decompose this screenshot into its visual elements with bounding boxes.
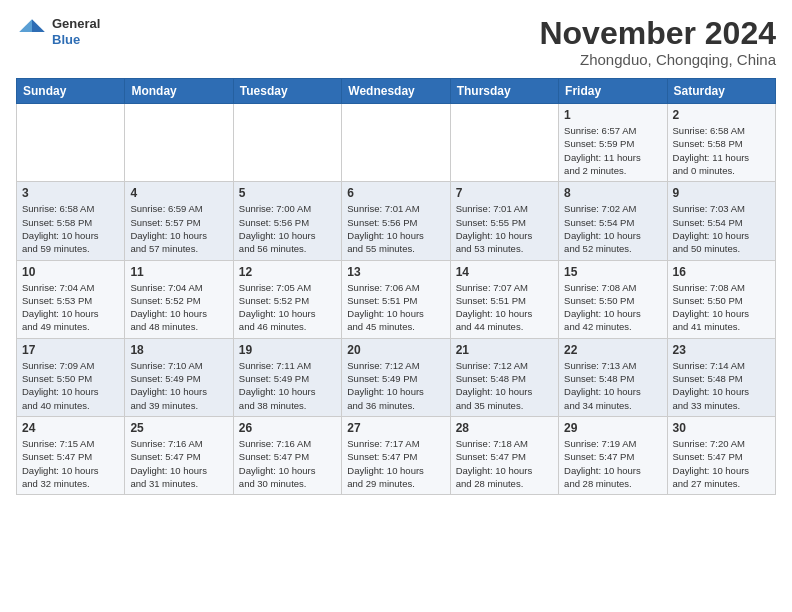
- day-number: 17: [22, 343, 119, 357]
- day-info: Sunrise: 6:58 AM Sunset: 5:58 PM Dayligh…: [22, 202, 119, 255]
- calendar-cell: 2Sunrise: 6:58 AM Sunset: 5:58 PM Daylig…: [667, 104, 775, 182]
- day-info: Sunrise: 7:10 AM Sunset: 5:49 PM Dayligh…: [130, 359, 227, 412]
- calendar-cell: [17, 104, 125, 182]
- calendar-cell: 6Sunrise: 7:01 AM Sunset: 5:56 PM Daylig…: [342, 182, 450, 260]
- page-header: General Blue November 2024 Zhongduo, Cho…: [16, 16, 776, 68]
- day-info: Sunrise: 7:19 AM Sunset: 5:47 PM Dayligh…: [564, 437, 661, 490]
- day-number: 8: [564, 186, 661, 200]
- day-number: 15: [564, 265, 661, 279]
- day-number: 6: [347, 186, 444, 200]
- month-title: November 2024: [539, 16, 776, 51]
- day-info: Sunrise: 7:11 AM Sunset: 5:49 PM Dayligh…: [239, 359, 336, 412]
- day-info: Sunrise: 7:14 AM Sunset: 5:48 PM Dayligh…: [673, 359, 770, 412]
- day-number: 9: [673, 186, 770, 200]
- calendar-cell: 9Sunrise: 7:03 AM Sunset: 5:54 PM Daylig…: [667, 182, 775, 260]
- calendar-cell: 14Sunrise: 7:07 AM Sunset: 5:51 PM Dayli…: [450, 260, 558, 338]
- location: Zhongduo, Chongqing, China: [539, 51, 776, 68]
- weekday-header: Saturday: [667, 79, 775, 104]
- calendar-week-row: 24Sunrise: 7:15 AM Sunset: 5:47 PM Dayli…: [17, 416, 776, 494]
- calendar-cell: 15Sunrise: 7:08 AM Sunset: 5:50 PM Dayli…: [559, 260, 667, 338]
- day-info: Sunrise: 7:15 AM Sunset: 5:47 PM Dayligh…: [22, 437, 119, 490]
- day-number: 3: [22, 186, 119, 200]
- calendar-cell: 30Sunrise: 7:20 AM Sunset: 5:47 PM Dayli…: [667, 416, 775, 494]
- calendar-cell: 8Sunrise: 7:02 AM Sunset: 5:54 PM Daylig…: [559, 182, 667, 260]
- calendar-cell: 7Sunrise: 7:01 AM Sunset: 5:55 PM Daylig…: [450, 182, 558, 260]
- day-number: 30: [673, 421, 770, 435]
- day-info: Sunrise: 7:00 AM Sunset: 5:56 PM Dayligh…: [239, 202, 336, 255]
- day-info: Sunrise: 7:16 AM Sunset: 5:47 PM Dayligh…: [239, 437, 336, 490]
- day-number: 12: [239, 265, 336, 279]
- day-info: Sunrise: 7:09 AM Sunset: 5:50 PM Dayligh…: [22, 359, 119, 412]
- day-info: Sunrise: 7:12 AM Sunset: 5:49 PM Dayligh…: [347, 359, 444, 412]
- weekday-header: Monday: [125, 79, 233, 104]
- calendar-cell: 13Sunrise: 7:06 AM Sunset: 5:51 PM Dayli…: [342, 260, 450, 338]
- calendar-cell: [125, 104, 233, 182]
- day-number: 27: [347, 421, 444, 435]
- day-info: Sunrise: 7:16 AM Sunset: 5:47 PM Dayligh…: [130, 437, 227, 490]
- weekday-header: Wednesday: [342, 79, 450, 104]
- day-number: 20: [347, 343, 444, 357]
- calendar-cell: 17Sunrise: 7:09 AM Sunset: 5:50 PM Dayli…: [17, 338, 125, 416]
- logo-text: General Blue: [52, 16, 100, 47]
- calendar-cell: 24Sunrise: 7:15 AM Sunset: 5:47 PM Dayli…: [17, 416, 125, 494]
- day-info: Sunrise: 7:06 AM Sunset: 5:51 PM Dayligh…: [347, 281, 444, 334]
- day-number: 29: [564, 421, 661, 435]
- calendar-cell: 1Sunrise: 6:57 AM Sunset: 5:59 PM Daylig…: [559, 104, 667, 182]
- calendar-cell: 20Sunrise: 7:12 AM Sunset: 5:49 PM Dayli…: [342, 338, 450, 416]
- day-number: 13: [347, 265, 444, 279]
- weekday-header: Friday: [559, 79, 667, 104]
- day-info: Sunrise: 7:01 AM Sunset: 5:55 PM Dayligh…: [456, 202, 553, 255]
- logo-icon: [16, 16, 48, 48]
- day-number: 23: [673, 343, 770, 357]
- calendar-week-row: 1Sunrise: 6:57 AM Sunset: 5:59 PM Daylig…: [17, 104, 776, 182]
- day-number: 16: [673, 265, 770, 279]
- day-number: 18: [130, 343, 227, 357]
- day-number: 2: [673, 108, 770, 122]
- day-number: 21: [456, 343, 553, 357]
- calendar-cell: 18Sunrise: 7:10 AM Sunset: 5:49 PM Dayli…: [125, 338, 233, 416]
- day-info: Sunrise: 6:59 AM Sunset: 5:57 PM Dayligh…: [130, 202, 227, 255]
- weekday-header-row: SundayMondayTuesdayWednesdayThursdayFrid…: [17, 79, 776, 104]
- day-number: 25: [130, 421, 227, 435]
- day-info: Sunrise: 7:20 AM Sunset: 5:47 PM Dayligh…: [673, 437, 770, 490]
- day-number: 19: [239, 343, 336, 357]
- day-info: Sunrise: 6:57 AM Sunset: 5:59 PM Dayligh…: [564, 124, 661, 177]
- day-number: 4: [130, 186, 227, 200]
- day-info: Sunrise: 7:12 AM Sunset: 5:48 PM Dayligh…: [456, 359, 553, 412]
- calendar-cell: 5Sunrise: 7:00 AM Sunset: 5:56 PM Daylig…: [233, 182, 341, 260]
- calendar-cell: 16Sunrise: 7:08 AM Sunset: 5:50 PM Dayli…: [667, 260, 775, 338]
- day-info: Sunrise: 6:58 AM Sunset: 5:58 PM Dayligh…: [673, 124, 770, 177]
- day-number: 7: [456, 186, 553, 200]
- calendar-week-row: 3Sunrise: 6:58 AM Sunset: 5:58 PM Daylig…: [17, 182, 776, 260]
- calendar-cell: 28Sunrise: 7:18 AM Sunset: 5:47 PM Dayli…: [450, 416, 558, 494]
- day-info: Sunrise: 7:05 AM Sunset: 5:52 PM Dayligh…: [239, 281, 336, 334]
- calendar-cell: [342, 104, 450, 182]
- calendar-cell: [233, 104, 341, 182]
- calendar-week-row: 10Sunrise: 7:04 AM Sunset: 5:53 PM Dayli…: [17, 260, 776, 338]
- day-info: Sunrise: 7:08 AM Sunset: 5:50 PM Dayligh…: [564, 281, 661, 334]
- day-number: 10: [22, 265, 119, 279]
- calendar-cell: 25Sunrise: 7:16 AM Sunset: 5:47 PM Dayli…: [125, 416, 233, 494]
- day-number: 26: [239, 421, 336, 435]
- day-number: 24: [22, 421, 119, 435]
- title-block: November 2024 Zhongduo, Chongqing, China: [539, 16, 776, 68]
- day-info: Sunrise: 7:03 AM Sunset: 5:54 PM Dayligh…: [673, 202, 770, 255]
- svg-marker-1: [19, 19, 32, 32]
- day-number: 22: [564, 343, 661, 357]
- day-info: Sunrise: 7:07 AM Sunset: 5:51 PM Dayligh…: [456, 281, 553, 334]
- day-info: Sunrise: 7:02 AM Sunset: 5:54 PM Dayligh…: [564, 202, 661, 255]
- day-info: Sunrise: 7:18 AM Sunset: 5:47 PM Dayligh…: [456, 437, 553, 490]
- day-info: Sunrise: 7:13 AM Sunset: 5:48 PM Dayligh…: [564, 359, 661, 412]
- calendar-table: SundayMondayTuesdayWednesdayThursdayFrid…: [16, 78, 776, 495]
- weekday-header: Sunday: [17, 79, 125, 104]
- day-number: 28: [456, 421, 553, 435]
- calendar-cell: 3Sunrise: 6:58 AM Sunset: 5:58 PM Daylig…: [17, 182, 125, 260]
- day-info: Sunrise: 7:04 AM Sunset: 5:53 PM Dayligh…: [22, 281, 119, 334]
- calendar-cell: 12Sunrise: 7:05 AM Sunset: 5:52 PM Dayli…: [233, 260, 341, 338]
- day-info: Sunrise: 7:01 AM Sunset: 5:56 PM Dayligh…: [347, 202, 444, 255]
- calendar-cell: 10Sunrise: 7:04 AM Sunset: 5:53 PM Dayli…: [17, 260, 125, 338]
- calendar-cell: [450, 104, 558, 182]
- calendar-cell: 23Sunrise: 7:14 AM Sunset: 5:48 PM Dayli…: [667, 338, 775, 416]
- calendar-cell: 11Sunrise: 7:04 AM Sunset: 5:52 PM Dayli…: [125, 260, 233, 338]
- logo-general: General: [52, 16, 100, 32]
